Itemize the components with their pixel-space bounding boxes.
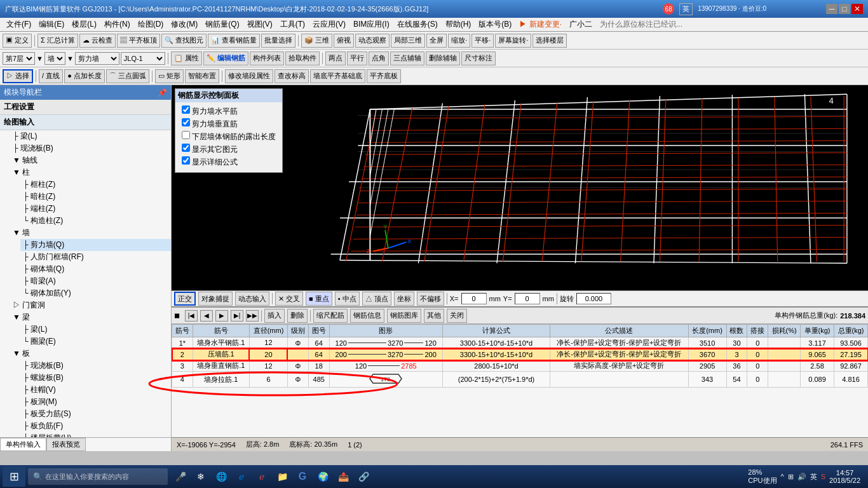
btn-align-top[interactable]: ▤ 平齐板顶 [117,34,160,48]
menu-bim[interactable]: BIM应用(I) [349,18,393,31]
btn-local-3d[interactable]: 局部三维 [391,34,425,48]
ime-indicator[interactable]: 英 [679,3,693,15]
menu-modify[interactable]: 修改(M) [167,18,201,31]
btn-nav-next[interactable]: ▶ [215,310,228,322]
menu-gd2[interactable]: 广小二 [566,18,596,31]
cb-horizontal-rebar[interactable]: 剪力墙水平筋 [182,105,276,118]
tree-item-cast-slab-b[interactable]: ├ 现浇板(B) [20,360,171,372]
btn-rectangle[interactable]: ▭ 矩形 [155,69,184,83]
maximize-button[interactable]: □ [839,4,850,14]
tree-item-floor-strip[interactable]: └ 楼层板带(H) [20,432,171,437]
btn-dynamic-obs[interactable]: 动态观察 [355,34,390,48]
element-type-select[interactable]: 墙 [44,52,65,65]
table-row[interactable]: 4 墙身拉筋.1 6 Φ 485 170 [172,372,868,388]
tree-item-masonry-rebar[interactable]: └ 砌体加筋(Y) [20,287,171,299]
tree-item-column[interactable]: ▼ 柱 [10,166,171,179]
wall-type-select[interactable]: 剪力墙 [75,52,119,65]
taskbar-icon-earth[interactable]: 🌍 [313,466,333,487]
cb-show-formula[interactable]: 显示详细公式 [182,156,276,168]
tree-item-slab-neg-rebar[interactable]: ├ 板负筋(F) [20,420,171,432]
x-input[interactable] [461,293,487,304]
btn-vertex[interactable]: △ 顶点 [362,292,391,306]
cb-vertical-rebar[interactable]: 剪力墙垂直筋 [182,118,276,130]
menu-cloud[interactable]: 云应用(V) [309,18,349,31]
taskbar-icon-g[interactable]: G [292,466,313,487]
tree-item-cast-slab[interactable]: ├ 现浇板(B) [10,142,171,154]
tree-item-hidden-beam[interactable]: ├ 暗梁(A) [20,275,171,287]
btn-keypoint[interactable]: ■ 重点 [306,292,332,306]
btn-rebar-lib[interactable]: 钢筋图库 [387,309,421,323]
taskbar-icon-upload[interactable]: 📤 [333,466,353,487]
tray-expand[interactable]: ^ [781,473,784,480]
btn-line[interactable]: / 直线 [39,69,63,83]
btn-nav-prev[interactable]: ◀ [200,310,213,322]
btn-snap[interactable]: 对象捕捉 [198,292,233,306]
tree-item-slab-main-rebar[interactable]: ├ 板受力筋(S) [20,408,171,420]
btn-dim-mark[interactable]: 尺寸标注 [461,51,496,65]
start-button[interactable]: ⊞ [3,466,25,487]
tree-item-slab-group[interactable]: ▼ 板 [10,348,171,360]
taskbar-icon-mic[interactable]: 🎤 [170,466,191,487]
menu-rebar-qty[interactable]: 钢筋量(Q) [201,18,243,31]
tree-item-beam[interactable]: ├ 梁(L) [10,130,171,142]
tree-item-hidden-col[interactable]: ├ 暗柱(Z) [20,191,171,203]
taskbar-icon-ie[interactable]: ℯ [231,466,252,487]
component-select[interactable]: JLQ-1 [121,52,165,65]
table-row[interactable]: 1* 墙身水平钢筋.1 12 Φ 64 120 3270 [172,337,868,349]
rotate-input[interactable] [576,293,611,304]
btn-cloud-check[interactable]: ☁ 云检查 [79,34,116,48]
btn-pan[interactable]: 平移· [471,34,494,48]
btn-properties[interactable]: 📋 属性 [171,51,202,65]
btn-del-aux[interactable]: 删除辅轴 [426,51,460,65]
tree-item-col-cap[interactable]: ├ 柱帽(V) [20,384,171,396]
layer-select[interactable]: 第7层 [3,52,35,65]
tree-item-beam-l[interactable]: ├ 梁(L) [20,323,171,336]
taskbar-icon-link[interactable]: 🔗 [353,466,374,487]
btn-fullscreen[interactable]: 全屏 [426,34,447,48]
tree-item-shear-wall[interactable]: ├ 剪力墙(Q) [20,239,171,251]
tab-single-component[interactable]: 单构件输入 [0,438,46,451]
menu-new-change[interactable]: ▶ 新建变更· [515,18,566,31]
btn-batch-select[interactable]: 批量选择 [261,34,295,48]
btn-view-rebar[interactable]: 📊 查看钢筋量 [208,34,260,48]
taskbar-icon-folder[interactable]: 📁 [272,466,292,487]
btn-total-calc[interactable]: Σ 汇总计算 [37,34,78,48]
tree-item-anti-wall[interactable]: ├ 人防门框墙(RF) [20,251,171,263]
menu-file[interactable]: 文件(F) [3,18,35,31]
btn-smart-layout[interactable]: 智能布置 [185,69,219,83]
btn-midpoint[interactable]: • 中点 [335,292,360,306]
tree-item-frame-col[interactable]: ├ 框柱(Z) [20,179,171,191]
tree-item-axis[interactable]: ▼ 轴线 [10,154,171,166]
menu-floor[interactable]: 楼层(L) [68,18,100,31]
btn-nav-fast[interactable]: ▶▶ [246,310,259,322]
btn-align-floor-slab[interactable]: 平齐底板 [367,69,401,83]
btn-select-floor[interactable]: 选择楼层 [532,34,567,48]
menu-component[interactable]: 构件(N) [100,18,134,31]
btn-coords[interactable]: 坐标 [394,292,414,306]
section-project-settings[interactable]: 工程设置 [0,100,171,115]
btn-scale-rebar[interactable]: 缩尺配筋 [313,309,348,323]
btn-3d[interactable]: 📦 三维 [301,34,332,48]
tree-item-construct-col[interactable]: └ 构造柱(Z) [20,215,171,227]
btn-point-angle[interactable]: 点角 [369,51,389,65]
menu-online[interactable]: 在线服务(S) [393,18,442,31]
minimize-button[interactable]: ─ [826,4,837,14]
btn-insert[interactable]: 插入 [264,309,285,323]
btn-close[interactable]: 关闭 [447,309,467,323]
btn-find-element[interactable]: 🔍 查找图元 [161,34,207,48]
menu-tools[interactable]: 工具(T) [276,18,309,31]
table-row[interactable]: 3 墙身垂直钢筋.1 12 Φ 18 120 2785 [172,360,868,372]
btn-point-length[interactable]: ● 点加长度 [64,69,105,83]
btn-other[interactable]: 其他 [424,309,444,323]
search-area[interactable]: 🔍 在这里输入你要搜索的内容 [28,468,168,485]
sidebar-pin[interactable]: 📌 [158,88,167,97]
btn-component-list[interactable]: 构件列表 [250,51,284,65]
tree-item-door-window[interactable]: ▷ 门窗洞 [10,299,171,311]
taskbar-icon-edge[interactable]: 🌐 [211,466,231,487]
cb-show-other[interactable]: 显示其它图元 [182,143,276,156]
menu-edit[interactable]: 编辑(E) [35,18,68,31]
tray-volume[interactable]: 🔊 [797,473,806,481]
taskbar-icon-ie2[interactable]: ℯ [252,466,272,487]
tree-item-spiral-slab[interactable]: ├ 螺旋板(B) [20,372,171,384]
btn-zoom[interactable]: 缩放· [448,34,470,48]
